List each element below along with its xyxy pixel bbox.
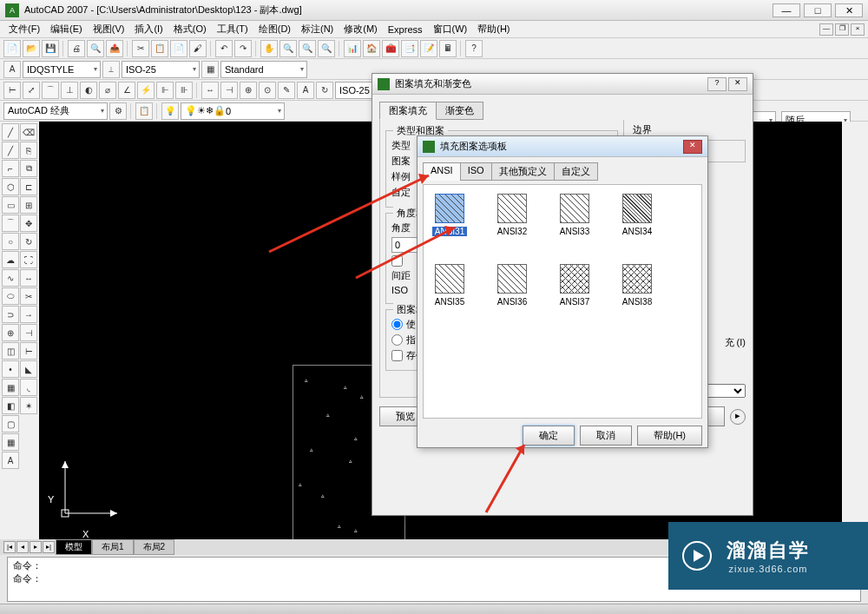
palette-titlebar[interactable]: 填充图案选项板 ✕	[418, 136, 707, 157]
pattern-ansi31[interactable]: ANSI31	[432, 194, 467, 236]
dim-radius-icon[interactable]: ◐	[80, 82, 97, 99]
dim-icon[interactable]: ⟂	[102, 61, 120, 78]
designcenter-icon[interactable]: 🏠	[363, 40, 380, 57]
tab-next[interactable]: ▸	[30, 541, 42, 553]
palette-tab-custom[interactable]: 自定义	[554, 162, 598, 181]
tab-first[interactable]: |◂	[3, 541, 16, 553]
array-icon[interactable]: ⊞	[20, 196, 37, 214]
region-icon[interactable]: ▢	[2, 415, 19, 432]
tab-layout2[interactable]: 布局2	[134, 539, 175, 555]
iso-combo[interactable]: ISO-25	[122, 61, 200, 78]
menu-view[interactable]: 视图(V)	[88, 23, 130, 36]
ellipse-icon[interactable]: ⬭	[2, 287, 19, 305]
table-icon[interactable]: ▦	[2, 433, 19, 451]
palette-tab-other[interactable]: 其他预定义	[491, 162, 555, 181]
layer-props-icon[interactable]: 📋	[135, 102, 153, 120]
preview-icon[interactable]: 🔍	[87, 40, 104, 57]
menu-draw[interactable]: 绘图(D)	[253, 23, 296, 36]
insert-icon[interactable]: ⊕	[2, 324, 19, 341]
ellipsearc-icon[interactable]: ⊃	[2, 306, 19, 323]
polyline-icon[interactable]: ⌐	[2, 160, 19, 177]
hatch-close-button[interactable]: ✕	[728, 77, 747, 91]
pan-icon[interactable]: ✋	[260, 40, 278, 57]
origin-current[interactable]	[391, 319, 403, 330]
layer-combo[interactable]: 💡☀❄🔒 0	[181, 102, 285, 120]
rotate-icon[interactable]: ↻	[20, 233, 37, 250]
spline-icon[interactable]: ∿	[2, 269, 19, 287]
pattern-ansi34[interactable]: ANSI34	[620, 194, 654, 236]
pattern-ansi37[interactable]: ANSI37	[557, 264, 592, 307]
dim-quick-icon[interactable]: ⚡	[137, 82, 155, 99]
dim-break-icon[interactable]: ⊣	[220, 82, 238, 99]
block-icon[interactable]: ◫	[2, 342, 19, 360]
layer-state-icon[interactable]: 💡	[161, 102, 179, 120]
rectangle-icon[interactable]: ▭	[2, 196, 19, 214]
pattern-ansi36[interactable]: ANSI36	[495, 264, 529, 307]
hatch-tab-fill[interactable]: 图案填充	[379, 102, 437, 120]
revcloud-icon[interactable]: ☁	[2, 251, 19, 268]
palette-close-button[interactable]: ✕	[683, 140, 702, 154]
sheetset-icon[interactable]: 📑	[401, 40, 418, 57]
dim-update-icon[interactable]: ↻	[316, 82, 333, 99]
menu-window[interactable]: 窗口(W)	[428, 23, 473, 36]
tab-model[interactable]: 模型	[56, 539, 92, 555]
chamfer-icon[interactable]: ◣	[20, 360, 37, 378]
close-button[interactable]: ✕	[835, 3, 863, 17]
hatch-help-button[interactable]: ?	[707, 77, 727, 91]
plot-icon[interactable]: 🖨	[68, 40, 85, 57]
move-icon[interactable]: ✥	[20, 215, 37, 232]
pattern-ansi32[interactable]: ANSI32	[495, 194, 529, 236]
fillet-icon[interactable]: ◟	[20, 379, 37, 396]
hatch-icon[interactable]: ▦	[2, 379, 19, 396]
menu-edit[interactable]: 编辑(E)	[45, 23, 88, 36]
tablestyle-icon[interactable]: ▦	[201, 61, 219, 78]
offset-icon[interactable]: ⊏	[20, 178, 37, 195]
cut-icon[interactable]: ✂	[132, 40, 149, 57]
tolerance-icon[interactable]: ⊕	[240, 82, 257, 99]
publish-icon[interactable]: 📤	[106, 40, 123, 57]
expand-icon[interactable]: ▸	[730, 409, 746, 425]
child-restore[interactable]: ❐	[835, 23, 849, 36]
dimstyle-combo[interactable]: IDQSTYLE	[23, 61, 101, 78]
store-default[interactable]	[391, 350, 403, 361]
point-icon[interactable]: •	[2, 360, 19, 378]
matchprop-icon[interactable]: 🖌	[189, 40, 207, 57]
dim-linear-icon[interactable]: ⊢	[3, 82, 21, 99]
dim-continue-icon[interactable]: ⊪	[175, 82, 193, 99]
help-icon[interactable]: ?	[465, 40, 483, 57]
mtext-icon[interactable]: A	[2, 452, 19, 469]
menu-express[interactable]: Express	[383, 24, 428, 35]
minimize-button[interactable]: —	[773, 3, 800, 17]
menu-modify[interactable]: 修改(M)	[339, 23, 383, 36]
palette-ok-button[interactable]: 确定	[523, 426, 575, 446]
pattern-ansi35[interactable]: ANSI35	[432, 264, 467, 307]
textstyle-icon[interactable]: A	[3, 61, 21, 78]
menu-file[interactable]: 文件(F)	[3, 23, 45, 36]
toolpalette-icon[interactable]: 🧰	[382, 40, 399, 57]
save-icon[interactable]: 💾	[42, 40, 59, 57]
scale-icon[interactable]: ⛶	[20, 251, 37, 268]
child-close[interactable]: ×	[851, 23, 865, 36]
tab-last[interactable]: ▸|	[43, 541, 55, 553]
arc-icon[interactable]: ⌒	[2, 215, 19, 232]
palette-tab-iso[interactable]: ISO	[460, 162, 492, 181]
extend-icon[interactable]: →	[20, 306, 37, 323]
dim-diameter-icon[interactable]: ⌀	[99, 82, 116, 99]
xline-icon[interactable]: ╱	[2, 142, 19, 159]
pattern-ansi33[interactable]: ANSI33	[557, 194, 592, 236]
dim-baseline-icon[interactable]: ⊩	[156, 82, 174, 99]
dim-space-icon[interactable]: ↔	[201, 82, 219, 99]
tablestyle-combo[interactable]: Standard	[220, 61, 307, 78]
dim-tedit-icon[interactable]: A	[297, 82, 314, 99]
copy-obj-icon[interactable]: ⎘	[20, 142, 37, 159]
polygon-icon[interactable]: ⬡	[2, 178, 19, 195]
trim-icon[interactable]: ✂	[20, 287, 37, 305]
centermark-icon[interactable]: ⊙	[259, 82, 276, 99]
tab-prev[interactable]: ◂	[16, 541, 29, 553]
palette-help-button[interactable]: 帮助(H)	[637, 426, 702, 446]
dim-angular-icon[interactable]: ∠	[118, 82, 135, 99]
markup-icon[interactable]: 📝	[420, 40, 437, 57]
dim-aligned-icon[interactable]: ⤢	[23, 82, 40, 99]
new-icon[interactable]: 📄	[3, 40, 21, 57]
dim-arc-icon[interactable]: ⌒	[42, 82, 59, 99]
